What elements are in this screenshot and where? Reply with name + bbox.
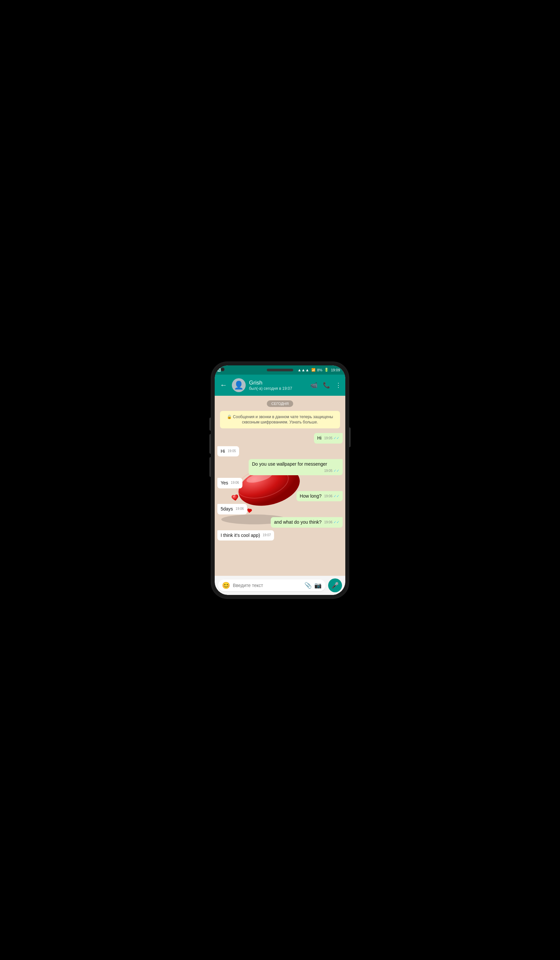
- mic-button[interactable]: 🎤: [328, 578, 342, 592]
- message-text: Hi: [221, 448, 225, 454]
- message-meta: 19:06 ✓✓: [324, 520, 339, 525]
- message-time: 19:05: [227, 449, 236, 453]
- contact-name: Grish: [249, 379, 307, 386]
- message-input-container[interactable]: 😊 📎 📷: [218, 579, 325, 591]
- front-camera: [221, 367, 225, 371]
- message-row: I think it's cool app) 19:07: [218, 530, 342, 541]
- message-meta: 19:07: [262, 533, 271, 538]
- read-receipts: ✓✓: [333, 494, 339, 499]
- wifi-icon: ▲▲▲: [298, 368, 309, 372]
- message-time: 19:06: [235, 507, 244, 511]
- message-bubble: 5days 19:06: [218, 504, 247, 514]
- contact-status: был(-а) сегодня в 19:07: [249, 386, 307, 391]
- phone-device: 🖼 ▲▲▲ 📶 8% 🔋 19:09 ← 👤 Grish был: [211, 362, 349, 599]
- system-message-text: Сообщения и звонки в данном чате теперь …: [233, 414, 333, 425]
- read-receipts: ✓✓: [333, 520, 339, 525]
- message-bubble: and what do you think? 19:06 ✓✓: [271, 517, 342, 528]
- date-badge: СЕГОДНЯ: [267, 400, 293, 407]
- mic-icon: 🎤: [331, 582, 339, 589]
- read-receipts: ✓✓: [333, 436, 339, 441]
- message-text: Yes: [221, 480, 228, 485]
- signal-icon: 📶: [311, 368, 315, 372]
- message-row: Hi 19:05 ✓✓: [218, 433, 342, 443]
- message-text: 5days: [221, 506, 233, 512]
- app-bar-actions: 📹 📞 ⋮: [310, 382, 341, 389]
- contact-avatar[interactable]: 👤: [232, 378, 246, 392]
- message-bubble: Do you use wallpaper for messenger 19:05…: [249, 459, 342, 475]
- message-meta: 19:06: [231, 480, 239, 485]
- power-button[interactable]: [349, 427, 350, 447]
- volume-up-button[interactable]: [210, 418, 211, 431]
- message-row: and what do you think? 19:06 ✓✓: [218, 517, 342, 528]
- message-meta: 19:06 ✓✓: [324, 494, 339, 499]
- status-right-info: ▲▲▲ 📶 8% 🔋 19:09: [298, 368, 340, 372]
- back-button[interactable]: ←: [219, 379, 229, 391]
- emoji-button[interactable]: 😊: [222, 581, 230, 589]
- message-input[interactable]: [233, 583, 302, 588]
- contact-info[interactable]: Grish был(-а) сегодня в 19:07: [249, 379, 307, 391]
- message-bubble: Hi 19:05 ✓✓: [314, 433, 342, 443]
- system-message: 🔒 Сообщения и звонки в данном чате тепер…: [220, 411, 340, 429]
- lock-icon: 🔒: [227, 414, 232, 419]
- phone-speaker: [267, 369, 293, 371]
- phone-screen: 🖼 ▲▲▲ 📶 8% 🔋 19:09 ← 👤 Grish был: [215, 365, 345, 595]
- message-row: 5days 19:06: [218, 504, 342, 514]
- message-text: Do you use wallpaper for messenger: [252, 461, 327, 467]
- message-time: 19:06: [231, 480, 239, 485]
- message-text: and what do you think?: [274, 519, 322, 525]
- more-options-button[interactable]: ⋮: [335, 382, 341, 389]
- message-time: 19:05: [324, 436, 333, 441]
- message-row: How long? 19:06 ✓✓: [218, 491, 342, 502]
- volume-down-button[interactable]: [210, 434, 211, 454]
- message-meta: 19:05: [227, 449, 236, 453]
- read-receipts: ✓✓: [333, 468, 339, 473]
- camera-button[interactable]: 📷: [314, 582, 322, 589]
- input-bar: 😊 📎 📷 🎤: [215, 576, 345, 595]
- chat-area: СЕГОДНЯ 🔒 Сообщения и звонки в данном ча…: [215, 396, 345, 576]
- voice-call-button[interactable]: 📞: [323, 382, 330, 389]
- message-bubble: How long? 19:06 ✓✓: [296, 491, 342, 502]
- message-meta: 19:05 ✓✓: [324, 468, 339, 473]
- message-meta: 19:06: [235, 507, 244, 511]
- avatar-icon: 👤: [234, 381, 244, 390]
- message-text: I think it's cool app): [221, 533, 260, 538]
- attach-button[interactable]: 📎: [304, 582, 312, 589]
- message-bubble: I think it's cool app) 19:07: [218, 530, 274, 541]
- message-text: Hi: [317, 435, 322, 441]
- message-time: 19:07: [262, 533, 271, 538]
- message-bubble: Yes 19:06: [218, 478, 242, 488]
- clock: 19:09: [331, 368, 340, 372]
- chat-messages: СЕГОДНЯ 🔒 Сообщения и звонки в данном ча…: [218, 399, 342, 541]
- battery-icon: 🔋: [324, 368, 329, 372]
- message-row: Yes 19:06: [218, 478, 342, 488]
- message-bubble: Hi 19:05: [218, 446, 239, 457]
- message-row: Do you use wallpaper for messenger 19:05…: [218, 459, 342, 475]
- message-row: Hi 19:05: [218, 446, 342, 457]
- video-call-button[interactable]: 📹: [310, 382, 318, 389]
- screen-content: 🖼 ▲▲▲ 📶 8% 🔋 19:09 ← 👤 Grish был: [215, 365, 345, 595]
- battery-level: 8%: [317, 368, 323, 372]
- message-time: 19:05: [324, 469, 333, 473]
- message-time: 19:06: [324, 520, 333, 525]
- camera-button[interactable]: [210, 457, 211, 477]
- message-meta: 19:05 ✓✓: [324, 436, 339, 441]
- message-time: 19:06: [324, 494, 333, 499]
- app-bar: ← 👤 Grish был(-а) сегодня в 19:07 📹 📞 ⋮: [215, 374, 345, 396]
- message-text: How long?: [300, 493, 322, 499]
